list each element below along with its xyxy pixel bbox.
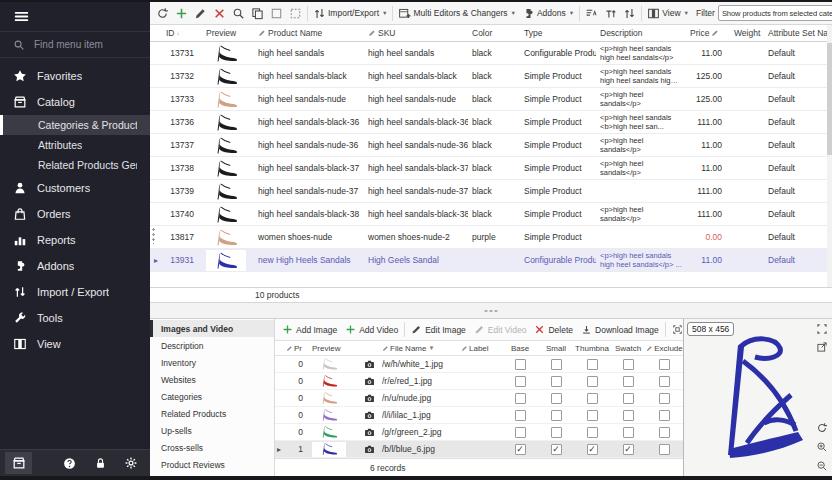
checkbox-base[interactable]: ✓ xyxy=(515,444,526,455)
sidebar-item-orders[interactable]: Orders xyxy=(0,201,150,227)
tab-up-sells[interactable]: Up-sells xyxy=(150,422,274,439)
select-cells-icon[interactable] xyxy=(267,3,286,23)
product-row-13739[interactable]: 13739high heel sandals-nude-37high heel … xyxy=(150,180,832,203)
add-image-button[interactable]: Add Image xyxy=(278,324,341,335)
sort-az-icon[interactable] xyxy=(582,3,601,23)
swap-vertical-icon[interactable] xyxy=(620,3,639,23)
add-video-button[interactable]: Add Video xyxy=(341,324,402,335)
tab-inventory[interactable]: Inventory xyxy=(150,354,274,371)
edit-image-button[interactable]: Edit Image xyxy=(407,324,470,335)
column-header-sku[interactable]: SKU xyxy=(364,25,468,41)
checkbox-thumbnail[interactable]: ✓ xyxy=(587,444,598,455)
category-filter-select[interactable]: Show products from selected categories▼ xyxy=(718,5,832,21)
checkbox-base[interactable] xyxy=(515,359,526,370)
delete-image-button[interactable]: Delete xyxy=(530,324,577,335)
addons-menu[interactable]: Addons▼ xyxy=(519,3,577,23)
checkbox-small[interactable] xyxy=(551,393,562,404)
image-row-g-r-green-2-jpg[interactable]: 0/g/r/green_2.jpg xyxy=(275,424,683,441)
product-row-13736[interactable]: 13736high heel sandals-black-36high heel… xyxy=(150,111,832,134)
image-column-header-pr[interactable]: Pr xyxy=(283,341,309,355)
image-column-header-label[interactable]: Label xyxy=(458,341,502,355)
import-export-menu[interactable]: Import/Export▼ xyxy=(310,3,390,23)
checkbox-thumbnail[interactable] xyxy=(587,410,598,421)
image-column-header-base[interactable]: Base xyxy=(502,341,538,355)
checkbox-base[interactable] xyxy=(515,393,526,404)
sidebar-item-attributes[interactable]: Attributes xyxy=(0,135,150,155)
column-header-price[interactable]: Price xyxy=(686,25,730,41)
checkbox-small[interactable] xyxy=(551,376,562,387)
image-row-b-l-blue-6-jpg[interactable]: ▸1/b/l/blue_6.jpg✓✓✓✓ xyxy=(275,441,683,458)
checkbox-swatch[interactable] xyxy=(623,376,634,387)
tab-websites[interactable]: Websites xyxy=(150,371,274,388)
image-column-header-file-name[interactable]: File Name▼ xyxy=(379,341,458,355)
checkbox-thumbnail[interactable] xyxy=(587,427,598,438)
checkbox-exclude[interactable] xyxy=(659,359,670,370)
set-resize-rule-button[interactable]: Set Resize Rule xyxy=(668,324,683,335)
open-external-icon[interactable] xyxy=(816,341,828,353)
sidebar-item-view[interactable]: View xyxy=(0,331,150,357)
zoom-in-icon[interactable] xyxy=(816,441,828,453)
image-column-header-small[interactable]: Small xyxy=(538,341,574,355)
checkbox-thumbnail[interactable] xyxy=(587,376,598,387)
paste-special-icon[interactable] xyxy=(286,3,305,23)
image-column-header-swatch[interactable]: Swatch xyxy=(610,341,646,355)
store-catalog-icon[interactable] xyxy=(5,452,32,474)
checkbox-swatch[interactable] xyxy=(623,427,634,438)
grid-scrollbar[interactable] xyxy=(827,25,832,287)
download-image-button[interactable]: Download Image xyxy=(577,324,663,335)
image-column-header-ind[interactable] xyxy=(275,341,283,355)
checkbox-base[interactable] xyxy=(515,410,526,421)
fit-screen-icon[interactable] xyxy=(816,323,828,335)
checkbox-exclude[interactable] xyxy=(659,444,670,455)
horizontal-splitter[interactable] xyxy=(150,303,832,318)
image-column-header-preview[interactable]: Preview xyxy=(309,341,361,355)
add-product-icon[interactable] xyxy=(172,3,191,23)
checkbox-small[interactable] xyxy=(551,359,562,370)
image-row-w-h-white-1-jpg[interactable]: 0/w/h/white_1.jpg xyxy=(275,356,683,373)
multi-editors-menu[interactable]: Multi Editors & Changers▼ xyxy=(395,3,518,23)
text-up-icon[interactable] xyxy=(601,3,620,23)
sidebar-item-tools[interactable]: Tools xyxy=(0,305,150,331)
checkbox-small[interactable]: ✓ xyxy=(551,444,562,455)
sidebar-item-addons[interactable]: Addons xyxy=(0,253,150,279)
column-header-color[interactable]: Color xyxy=(468,25,520,41)
rotate-icon[interactable] xyxy=(816,422,828,434)
tab-images-and-video[interactable]: Images and Video xyxy=(150,320,274,337)
sidebar-search-input[interactable]: Find menu item xyxy=(0,31,150,58)
checkbox-base[interactable] xyxy=(515,427,526,438)
product-row-13738[interactable]: 13738high heel sandals-black-37high heel… xyxy=(150,157,832,180)
column-header-preview[interactable]: Preview xyxy=(202,25,254,41)
checkbox-small[interactable] xyxy=(551,410,562,421)
sidebar-item-reports[interactable]: Reports xyxy=(0,227,150,253)
column-header-id[interactable]: ID↓ xyxy=(162,25,202,41)
tab-related-products[interactable]: Related Products xyxy=(150,405,274,422)
image-column-header-exclude[interactable]: Exclude xyxy=(646,341,683,355)
product-row-13817[interactable]: 13817women shoes-nudewomen shoes-nude-2p… xyxy=(150,226,832,249)
column-header-indicator[interactable] xyxy=(150,25,162,41)
product-row-13733[interactable]: 13733high heel sandals-nudehigh heel san… xyxy=(150,88,832,111)
search-products-icon[interactable] xyxy=(229,3,248,23)
sidebar-item-favorites[interactable]: Favorites xyxy=(0,63,150,89)
checkbox-exclude[interactable] xyxy=(659,376,670,387)
product-row-13931[interactable]: ▸13931new High Heels SandalsHigh Geels S… xyxy=(150,249,832,272)
product-row-13740[interactable]: 13740high heel sandals-black-38high heel… xyxy=(150,203,832,226)
tab-description[interactable]: Description xyxy=(150,337,274,354)
product-row-13732[interactable]: 13732high heel sandals-blackhigh heel sa… xyxy=(150,65,832,88)
zoom-out-icon[interactable] xyxy=(816,460,828,472)
view-menu[interactable]: View▼ xyxy=(644,3,692,23)
sidebar-item-related-products-generator[interactable]: Related Products Generator xyxy=(0,155,150,175)
product-row-13737[interactable]: 13737high heel sandals-nude-36high heel … xyxy=(150,134,832,157)
checkbox-swatch[interactable] xyxy=(623,410,634,421)
checkbox-exclude[interactable] xyxy=(659,427,670,438)
settings-gear-icon[interactable] xyxy=(119,456,143,470)
grid-scrollbar-thumb[interactable] xyxy=(827,43,832,155)
checkbox-small[interactable] xyxy=(551,427,562,438)
checkbox-swatch[interactable] xyxy=(623,359,634,370)
sidebar-item-import-export[interactable]: Import / Export xyxy=(0,279,150,305)
image-row-l-i-lilac-1-jpg[interactable]: 0/l/i/lilac_1.jpg xyxy=(275,407,683,424)
sidebar-item-catalog[interactable]: Catalog xyxy=(0,89,150,115)
checkbox-exclude[interactable] xyxy=(659,410,670,421)
column-header-attribute-set-name[interactable]: Attribute Set Name xyxy=(764,25,827,41)
column-header-description[interactable]: Description xyxy=(596,25,686,41)
column-header-weight[interactable]: Weight xyxy=(730,25,764,41)
